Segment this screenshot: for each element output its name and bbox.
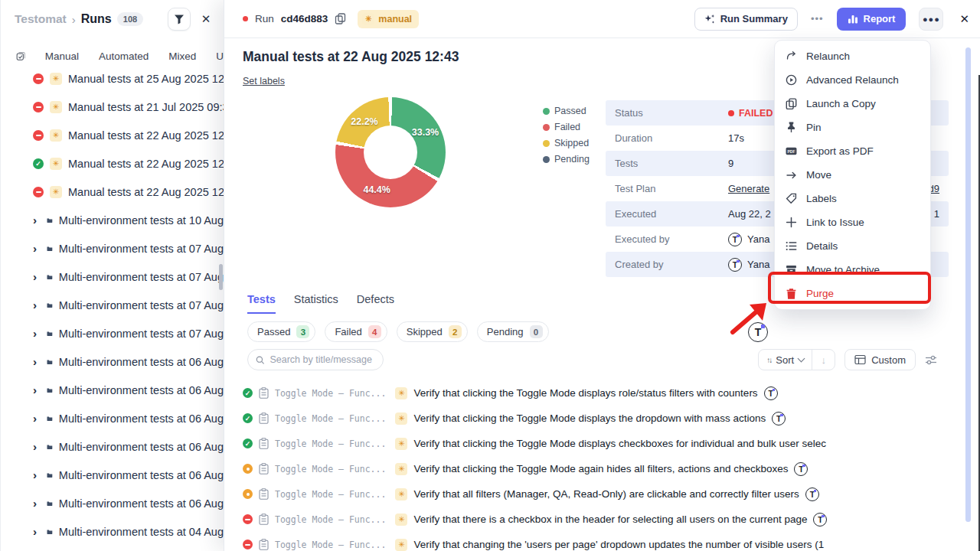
run-list-item[interactable]: › ✳ Manual tests at 25 Aug 2025 12:12 [1, 64, 224, 93]
chevron-right-icon[interactable]: › [33, 412, 41, 425]
run-list-item[interactable]: › ✳ Manual tests at 22 Aug 2025 12:44 [1, 121, 224, 149]
tab-defects[interactable]: Defects [357, 293, 394, 314]
suite-label[interactable]: Toggle Mode — Func... [275, 413, 386, 424]
menu-item-export-pdf[interactable]: PDF Export as PDF [775, 139, 930, 163]
close-panel-icon[interactable]: ✕ [959, 12, 969, 26]
chevron-right-icon[interactable]: › [33, 214, 41, 227]
view-settings-icon[interactable] [925, 354, 937, 366]
menu-item-advanced-relaunch[interactable]: Advanced Relaunch [775, 68, 930, 92]
search-input[interactable] [270, 354, 375, 365]
test-row[interactable]: Toggle Mode — Func... ✳ Verify that clic… [243, 380, 980, 406]
tab-automated[interactable]: Automated [99, 51, 149, 62]
copy-icon[interactable] [335, 13, 346, 24]
test-title[interactable]: Verify that all filters (Manager, QA, Re… [413, 488, 799, 500]
test-title[interactable]: Verify that changing the 'users per page… [413, 539, 824, 550]
tab-clipped[interactable]: U [216, 51, 224, 62]
run-list-item[interactable]: › ✳ Multi-environment tests at 07 Aug [1, 262, 224, 291]
menu-item-move-archive[interactable]: Move to Archive [775, 258, 930, 282]
manual-badge: ✳ manual [358, 10, 419, 28]
menu-item-purge[interactable]: Purge [775, 282, 930, 305]
status-filter-chip[interactable]: Failed 4 [325, 321, 387, 342]
set-labels-link[interactable]: Set labels [243, 76, 285, 86]
status-filter-chip[interactable]: Passed 3 [247, 321, 315, 342]
test-title[interactable]: Verify that clicking the Toggle Mode dis… [413, 387, 757, 399]
sort-direction-button[interactable]: ↓ [812, 350, 835, 370]
tab-statistics[interactable]: Statistics [294, 293, 338, 314]
suite-label[interactable]: Toggle Mode — Func... [275, 514, 386, 525]
run-summary-more-button[interactable]: ••• [805, 8, 830, 31]
chevron-right-icon[interactable]: › [33, 525, 41, 538]
status-filter-chip[interactable]: Pending 0 [477, 321, 549, 342]
suite-label[interactable]: Toggle Mode — Func... [275, 439, 386, 449]
run-list-item[interactable]: › ✳ Multi-environment tests at 06 Aug [1, 432, 224, 461]
run-list-item[interactable]: › ✳ Multi-environment tests at 10 Aug [1, 206, 224, 234]
run-list-item[interactable]: › ✳ Multi-environment tests at 06 Aug [1, 489, 224, 517]
clear-filter-icon[interactable]: ✕ [196, 9, 216, 29]
run-list-item[interactable]: › ✳ Manual tests at 22 Aug 2025 12:41 [1, 178, 224, 206]
chevron-right-icon[interactable]: › [33, 355, 41, 368]
test-title[interactable]: Verify that clicking the Toggle Mode dis… [413, 438, 826, 449]
status-filter-chip[interactable]: Skipped 2 [397, 321, 468, 342]
select-all-icon[interactable] [16, 51, 25, 62]
run-list-item[interactable]: › ✳ Multi-environment tests at 06 Aug [1, 347, 224, 376]
suite-label[interactable]: Toggle Mode — Func... [275, 464, 386, 474]
legend-item[interactable]: Pending [543, 154, 590, 165]
run-list-item[interactable]: › ✳ Multi-environment tests at 07 Aug [1, 291, 224, 319]
run-list-item[interactable]: › ✳ Multi-environment tests at 06 Aug [1, 376, 224, 404]
breadcrumb-runs[interactable]: Runs [81, 12, 112, 26]
run-list-item[interactable]: › ✳ Multi-environment tests at 06 Aug [1, 404, 224, 432]
suite-label[interactable]: Toggle Mode — Func... [275, 489, 386, 500]
test-plan-link[interactable]: Generate [728, 183, 769, 194]
tab-tests[interactable]: Tests [247, 293, 276, 314]
test-row[interactable]: Toggle Mode — Func... ✳ Verify that ther… [243, 507, 980, 532]
test-row[interactable]: Toggle Mode — Func... ✳ Verify that clic… [243, 431, 980, 456]
run-list-item[interactable]: › ✳ Multi-environment tests at 07 Aug [1, 319, 224, 347]
chevron-right-icon[interactable]: › [33, 383, 41, 396]
run-list-item[interactable]: › ✳ Manual tests at 22 Aug 2025 12:43 [1, 149, 224, 178]
test-title[interactable]: Verify that clicking the Toggle Mode aga… [413, 463, 788, 474]
filter-button[interactable] [168, 8, 191, 31]
chevron-right-icon[interactable]: › [33, 468, 41, 481]
chevron-right-icon[interactable]: › [33, 270, 41, 283]
run-list-item[interactable]: › ✳ Manual tests at 21 Jul 2025 09:39 [1, 93, 224, 121]
manual-test-icon: ✳ [395, 412, 407, 425]
chevron-right-icon[interactable]: › [33, 242, 41, 255]
sort-button[interactable]: ↑↓ Sort [759, 350, 812, 370]
menu-item-link-issue[interactable]: Link to Issue [775, 210, 930, 234]
more-actions-button[interactable]: ●●● [919, 8, 943, 31]
panel-scrollbar[interactable] [965, 47, 971, 522]
run-list-item[interactable]: › ✳ Multi-environment tests at 06 Aug [1, 461, 224, 489]
chevron-right-icon[interactable]: › [33, 298, 41, 311]
report-button[interactable]: Report [837, 8, 906, 31]
custom-columns-button[interactable]: Custom [844, 349, 916, 370]
testomat-logo-icon[interactable] [748, 322, 768, 342]
menu-item-details[interactable]: Details [775, 234, 930, 258]
executed-value-end: 1 [934, 208, 939, 220]
test-row[interactable]: Toggle Mode — Func... ✳ Verify that clic… [243, 456, 980, 481]
menu-item-move[interactable]: Move [775, 163, 930, 187]
test-row[interactable]: Toggle Mode — Func... ✳ Verify that clic… [243, 406, 980, 431]
run-list-item[interactable]: › ✳ Multi-environment tests at 07 Aug [1, 234, 224, 262]
test-title[interactable]: Verify that clicking the Toggle Mode dis… [413, 412, 766, 424]
test-row[interactable]: Toggle Mode — Func... ✳ Verify that chan… [243, 532, 980, 551]
menu-item-launch-copy[interactable]: Launch a Copy [775, 92, 930, 116]
sidebar-scrollbar[interactable] [219, 264, 223, 290]
suite-label[interactable]: Toggle Mode — Func... [275, 388, 386, 399]
menu-item-pin[interactable]: Pin [775, 116, 930, 139]
run-summary-button[interactable]: Run Summary [694, 8, 798, 31]
test-title[interactable]: Verify that there is a checkbox in the h… [413, 514, 807, 525]
tab-mixed[interactable]: Mixed [168, 51, 196, 62]
menu-item-labels[interactable]: Labels [775, 187, 930, 210]
menu-item-label: Labels [806, 193, 837, 204]
test-row[interactable]: Toggle Mode — Func... ✳ Verify that all … [243, 481, 980, 507]
legend-item[interactable]: Failed [543, 122, 590, 132]
tab-manual[interactable]: Manual [45, 51, 79, 62]
legend-item[interactable]: Passed [543, 106, 590, 116]
legend-item[interactable]: Skipped [543, 138, 590, 148]
chevron-right-icon[interactable]: › [33, 327, 41, 340]
run-list-item[interactable]: › ✳ Multi-environment tests at 04 Aug [1, 517, 224, 546]
suite-label[interactable]: Toggle Mode — Func... [275, 540, 386, 550]
chevron-right-icon[interactable]: › [33, 440, 41, 453]
menu-item-relaunch[interactable]: Relaunch [775, 44, 930, 68]
chevron-right-icon[interactable]: › [33, 497, 41, 510]
